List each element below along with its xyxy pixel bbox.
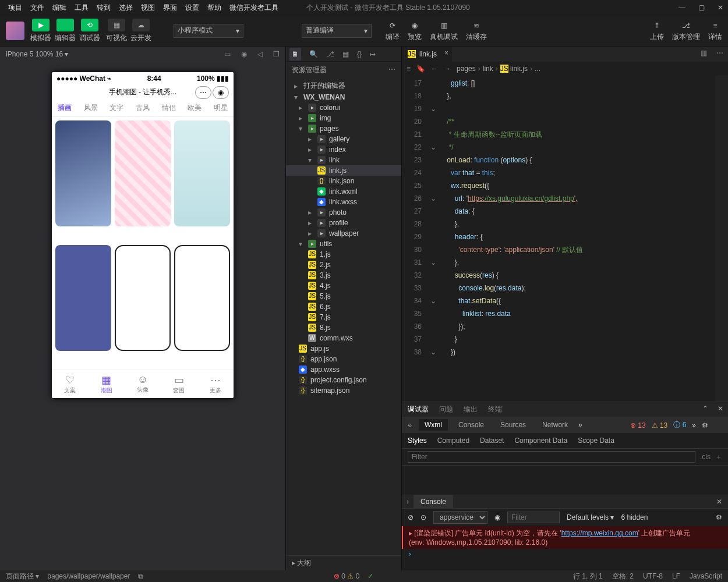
- sim-tool-icon[interactable]: ❐: [273, 50, 280, 58]
- search-icon[interactable]: 🔍: [309, 50, 318, 58]
- tree-section[interactable]: 打开的编辑器: [286, 80, 401, 92]
- tree-node[interactable]: {}app.json: [286, 354, 401, 364]
- menu-item[interactable]: 文件: [27, 1, 48, 15]
- level-dropdown[interactable]: Default levels ▾: [567, 513, 614, 521]
- stop-icon[interactable]: ⊙: [420, 513, 426, 521]
- page-path-label[interactable]: 页面路径 ▾: [6, 572, 39, 581]
- tree-node[interactable]: JSapp.js: [286, 343, 401, 354]
- tree-node[interactable]: JS3.js: [286, 270, 401, 281]
- compile-dropdown[interactable]: 普通编译▾: [302, 24, 372, 38]
- plus-icon[interactable]: ＋: [715, 452, 722, 462]
- tree-node[interactable]: JS1.js: [286, 249, 401, 260]
- styles-tab[interactable]: Scope Data: [578, 436, 614, 445]
- panel-tab[interactable]: 调试器: [408, 404, 429, 414]
- category-tab[interactable]: 文字: [109, 103, 123, 113]
- category-tab[interactable]: 古风: [136, 103, 150, 113]
- category-tab[interactable]: 明星: [214, 103, 228, 113]
- bottom-tab[interactable]: ☺头像: [137, 374, 149, 395]
- capsule-menu-icon[interactable]: ⋯: [195, 86, 211, 99]
- sim-tool-icon[interactable]: ◁: [257, 50, 263, 58]
- nav-back-icon[interactable]: ←: [431, 65, 438, 73]
- code-area[interactable]: 1718192021222324252627282930313233343536…: [402, 76, 728, 402]
- bottom-tab[interactable]: ▭套图: [173, 374, 185, 395]
- eye-icon[interactable]: ◉: [494, 513, 500, 521]
- page-path[interactable]: pages/wallpaper/wallpaper: [47, 572, 130, 580]
- tree-node[interactable]: ▸profile: [286, 218, 401, 228]
- console-prompt[interactable]: ›: [402, 549, 728, 559]
- split-icon[interactable]: ▥: [696, 47, 712, 62]
- device-info[interactable]: iPhone 5 100% 16 ▾: [6, 50, 68, 58]
- chevron-right-icon[interactable]: ›: [402, 495, 414, 508]
- tree-node[interactable]: ▸img: [286, 113, 401, 123]
- tree-node[interactable]: JS8.js: [286, 322, 401, 333]
- list-icon[interactable]: ≡: [407, 65, 411, 73]
- styles-tab[interactable]: Styles: [408, 436, 427, 445]
- breadcrumb[interactable]: pages›link›JS link.js›...: [457, 65, 540, 73]
- more-icon[interactable]: ⋯: [388, 65, 395, 75]
- toolbar-button[interactable]: ▥真机调试: [430, 19, 458, 42]
- toolbar-button[interactable]: ⟲调试器: [79, 19, 100, 43]
- grid-icon[interactable]: ▦: [342, 50, 349, 58]
- more-icon[interactable]: »: [578, 421, 582, 429]
- tree-root[interactable]: WX_WENAN: [286, 92, 401, 102]
- avatar[interactable]: [6, 22, 24, 40]
- status-item[interactable]: 空格: 2: [612, 572, 634, 580]
- more-icon[interactable]: ⋯: [712, 47, 728, 62]
- tree-node[interactable]: ▸index: [286, 144, 401, 155]
- menu-item[interactable]: 工具: [71, 1, 92, 15]
- menu-item[interactable]: 界面: [160, 1, 181, 15]
- styles-tab[interactable]: Computed: [437, 436, 469, 445]
- tree-node[interactable]: ◆link.wxml: [286, 186, 401, 197]
- category-tab[interactable]: 插画: [58, 103, 72, 113]
- console-tab[interactable]: Console: [414, 495, 453, 508]
- tree-node[interactable]: {}sitemap.json: [286, 385, 401, 396]
- tree-node[interactable]: JS2.js: [286, 260, 401, 270]
- devtools-tab[interactable]: Wxml: [419, 419, 448, 431]
- thumb[interactable]: [115, 245, 171, 351]
- tree-node[interactable]: ▸wallpaper: [286, 228, 401, 239]
- tree-node[interactable]: JSlink.js: [286, 165, 401, 176]
- close-icon[interactable]: ✕: [718, 404, 723, 413]
- tree-node[interactable]: ▸utils: [286, 239, 401, 249]
- tree-node[interactable]: ▸colorui: [286, 102, 401, 113]
- toolbar-button[interactable]: ◉预览: [408, 19, 422, 42]
- toolbar-button[interactable]: 编辑器: [55, 19, 76, 43]
- mode-dropdown[interactable]: 小程序模式▾: [174, 24, 243, 38]
- devtools-tab[interactable]: Sources: [494, 419, 532, 431]
- category-tab[interactable]: 情侣: [162, 103, 176, 113]
- tree-node[interactable]: ◆link.wxss: [286, 197, 401, 207]
- toolbar-button[interactable]: ☁云开发: [130, 19, 151, 43]
- thumb[interactable]: [174, 120, 230, 226]
- scope-select[interactable]: appservice: [433, 511, 487, 524]
- cls-toggle[interactable]: .cls: [700, 453, 711, 461]
- toolbar-button[interactable]: ≋清缓存: [466, 19, 487, 42]
- toolbar-button[interactable]: ⤒上传: [650, 19, 664, 42]
- thumb[interactable]: [115, 120, 171, 226]
- status-item[interactable]: JavaScript: [690, 572, 722, 580]
- menu-item[interactable]: 选择: [115, 1, 136, 15]
- bookmark-icon[interactable]: 🔖: [416, 65, 425, 73]
- outline-section[interactable]: ▸: [292, 559, 297, 567]
- more-icon[interactable]: »: [692, 421, 696, 430]
- tree-node[interactable]: JS7.js: [286, 312, 401, 322]
- styles-filter-input[interactable]: [408, 451, 695, 463]
- toolbar-button[interactable]: ▦可视化: [106, 19, 127, 43]
- bracket-icon[interactable]: {}: [357, 50, 362, 58]
- menu-item[interactable]: 转到: [93, 1, 114, 15]
- menu-item[interactable]: 编辑: [49, 1, 70, 15]
- status-item[interactable]: UTF-8: [643, 572, 663, 580]
- close-icon[interactable]: ✕: [718, 3, 723, 12]
- close-tab-icon[interactable]: ×: [444, 49, 448, 57]
- branch-icon[interactable]: ⎇: [326, 50, 334, 58]
- devtools-tab[interactable]: Network: [536, 419, 574, 431]
- copy-icon[interactable]: ⧉: [138, 572, 143, 580]
- toolbar-button[interactable]: ⎇版本管理: [672, 19, 700, 42]
- status-item[interactable]: 行 1, 列 1: [573, 572, 603, 580]
- error-link[interactable]: https://mp.weixin.qq.com: [561, 529, 638, 537]
- category-tab[interactable]: 风景: [84, 103, 98, 113]
- clear-icon[interactable]: ⊘: [408, 513, 414, 521]
- thumb[interactable]: [55, 245, 111, 351]
- tree-node[interactable]: JS4.js: [286, 281, 401, 291]
- panel-tab[interactable]: 输出: [464, 404, 478, 414]
- tree-node[interactable]: JS5.js: [286, 291, 401, 301]
